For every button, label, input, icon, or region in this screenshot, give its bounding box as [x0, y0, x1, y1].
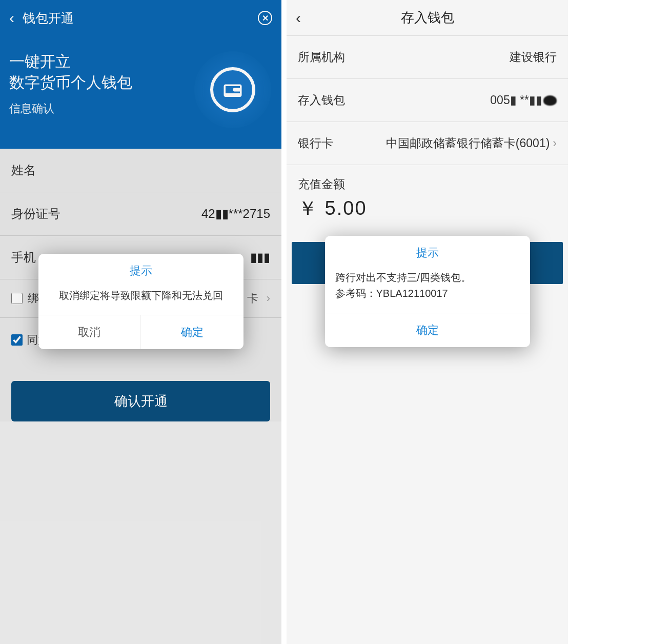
dialog-ok-button[interactable]: 确定 — [141, 315, 243, 349]
dialog-cancel-button[interactable]: 取消 — [38, 315, 141, 349]
row-wallet[interactable]: 存入钱包 005▮ **▮▮ — [287, 79, 568, 122]
dialog-title: 提示 — [38, 254, 243, 284]
dialog-ok-button[interactable]: 确定 — [325, 313, 530, 347]
dialog-msg-line2: 参考码：YBLA12110017 — [335, 286, 520, 301]
row-org: 所属机构 建设银行 — [287, 36, 568, 79]
amount-label: 充值金额 — [287, 165, 568, 195]
org-label: 所属机构 — [298, 49, 345, 65]
amount-value: ￥ 5.00 — [287, 195, 568, 235]
screen-deposit: ‹ 存入钱包 所属机构 建设银行 存入钱包 005▮ **▮▮ 银行卡 中国邮政… — [287, 0, 568, 644]
screen-wallet-open: ‹ 钱包开通 ✕ 一键开立 数字货币个人钱包 信息确认 姓名 身份证号 42▮▮… — [0, 0, 281, 644]
back-icon[interactable]: ‹ — [296, 9, 301, 27]
header: ‹ 存入钱包 — [287, 0, 568, 36]
row-card[interactable]: 银行卡 中国邮政储蓄银行储蓄卡(6001)› — [287, 122, 568, 165]
chevron-right-icon: › — [553, 136, 557, 150]
redacted-mark — [543, 95, 557, 106]
dialog-error: 提示 跨行对出不支持三/四类钱包。 参考码：YBLA12110017 确定 — [325, 236, 530, 347]
dialog-message: 取消绑定将导致限额下降和无法兑回 — [38, 284, 243, 315]
card-label: 银行卡 — [298, 135, 333, 151]
dialog-msg-line1: 跨行对出不支持三/四类钱包。 — [335, 270, 520, 286]
wallet-label: 存入钱包 — [298, 92, 345, 108]
dialog-message: 跨行对出不支持三/四类钱包。 参考码：YBLA12110017 — [325, 266, 530, 313]
dialog-title: 提示 — [325, 236, 530, 266]
wallet-value: 005▮ **▮▮ — [490, 93, 542, 107]
dialog-unbind-warning: 提示 取消绑定将导致限额下降和无法兑回 取消 确定 — [38, 254, 243, 349]
org-value: 建设银行 — [510, 49, 557, 65]
card-value: 中国邮政储蓄银行储蓄卡(6001) — [386, 135, 550, 151]
page-title: 存入钱包 — [401, 9, 454, 27]
